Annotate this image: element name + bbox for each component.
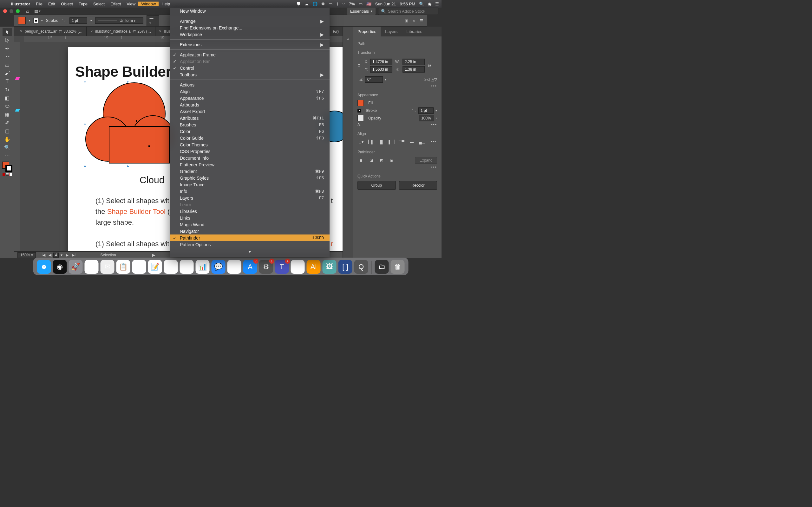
edit-toolbar-button[interactable]: ⋯ [3,152,12,160]
dock-trash-icon[interactable]: 🗑 [391,260,405,274]
menu-item[interactable]: ✓Pathfinder⇧⌘F9 [170,234,329,241]
flip-horizontal-icon[interactable]: ▷◁ [424,77,429,82]
close-window-button[interactable] [3,9,7,13]
airplay-icon[interactable]: ▭ [328,2,333,6]
menu-scroll-down-icon[interactable]: ▾ [170,248,329,254]
menu-object[interactable]: Object [58,2,76,6]
transform-panel-icon[interactable]: ⟐ [413,18,415,23]
expand-panels-icon[interactable]: » [346,36,349,42]
dock-news-icon[interactable]: N [227,260,241,274]
dock-preview-icon[interactable]: 🖼 [322,260,337,274]
macos-dock[interactable]: ☻◉🚀◯✉📋21📝🗺❁📊💬NA7⚙1T4◯Ai🖼[ ]Q🗂🗑 [33,258,409,275]
unite-icon[interactable]: ◼ [357,157,364,164]
more-options-icon[interactable]: ••• [431,84,437,89]
menu-type[interactable]: Type [76,2,90,6]
close-tab-icon[interactable]: × [20,29,22,34]
menu-item[interactable]: Toolbars▶ [170,71,329,78]
close-tab-icon[interactable]: × [159,29,161,34]
panel-menu-icon[interactable]: ☰ [420,18,423,23]
dock-settings-icon[interactable]: ⚙1 [259,260,273,274]
dock-teams-icon[interactable]: T4 [275,260,289,274]
flag-icon[interactable]: 🇺🇸 [366,2,371,6]
zoom-level[interactable]: 150% ▾ [17,252,36,258]
dock-launchpad-icon[interactable]: 🚀 [69,260,83,274]
menu-item[interactable]: Magic Wand [170,221,329,228]
rectangle-tool[interactable]: ▭ [3,61,12,69]
menu-item[interactable]: Pattern Options [170,241,329,248]
paintbrush-tool[interactable]: 🖌 [3,69,12,77]
align-bottom-icon[interactable]: ▄▁ [418,138,425,146]
close-tab-icon[interactable]: × [90,29,93,34]
app-name[interactable]: Illustrator [8,2,33,6]
tab-layers[interactable]: Layers [380,26,402,37]
window-menu-dropdown[interactable]: New WindowArrange▶Find Extensions on Exc… [170,8,329,257]
menu-item[interactable]: Workspace▶ [170,31,329,38]
arrange-documents-button[interactable]: ▦ ▾ [34,9,41,14]
status-play-icon[interactable]: ▶ [152,253,155,257]
fill-stroke-indicator[interactable] [2,162,12,172]
align-vcenter-icon[interactable]: ▬ [408,138,415,146]
dock-illustrator-icon[interactable]: Ai [307,260,321,274]
menu-window[interactable]: Window [138,2,159,6]
dock-siri-icon[interactable]: ◉ [53,260,67,274]
dock-chrome-icon[interactable]: ◯ [85,260,99,274]
spotlight-icon[interactable]: 🔍 [419,2,424,6]
type-tool[interactable]: T [3,77,12,86]
menu-item[interactable]: Document Info [170,155,329,161]
menu-item[interactable]: ColorF6 [170,128,329,135]
menu-item[interactable]: Gradient⌘F9 [170,168,329,175]
flip-vertical-icon[interactable]: △▽ [432,77,437,82]
menu-item[interactable]: Color Themes [170,141,329,148]
menu-item[interactable]: Attributes⌘F11 [170,115,329,121]
dock-appstore-icon[interactable]: A7 [243,260,257,274]
recolor-button[interactable]: Recolor [399,181,438,190]
wifi-icon[interactable]: ⌔ [343,2,345,6]
gradient-tool[interactable]: ▦ [3,110,12,118]
opacity-input[interactable] [419,115,434,121]
exclude-icon[interactable]: ▣ [388,157,395,164]
tab-properties[interactable]: Properties [353,26,380,37]
opacity-icon[interactable] [357,115,364,121]
collapsed-panel-dock[interactable]: » [343,26,353,258]
menu-help[interactable]: Help [159,2,173,6]
minus-front-icon[interactable]: ◪ [368,157,374,164]
stroke-weight-stepper[interactable]: ⌃⌄ [61,19,66,22]
menu-item[interactable]: Libraries [170,208,329,215]
menu-item[interactable]: New Window [170,8,329,14]
artboard-navigator[interactable]: I◀◀4▾▶▶I [40,252,77,258]
dock-notes-icon[interactable]: 📋 [116,260,131,274]
dock-notes2-icon[interactable]: 📝 [148,260,162,274]
stroke-swatch[interactable] [34,18,38,23]
eraser-tool[interactable]: ◧ [3,94,12,102]
align-hcenter-icon[interactable]: ▐▌ [378,138,385,146]
fill-color-swatch[interactable] [357,100,364,106]
artboard-tool[interactable]: ▢ [3,127,12,135]
selection-bounding-box[interactable] [85,82,171,166]
menu-effect[interactable]: Effect [107,2,124,6]
menu-item[interactable]: BrushesF5 [170,121,329,128]
shield-icon[interactable]: ⛊ [297,2,301,6]
expand-button[interactable]: Expand [415,157,437,164]
menu-item[interactable]: CSS Properties [170,148,329,155]
menu-item[interactable]: Extensions▶ [170,41,329,48]
menu-item[interactable]: Arrange▶ [170,18,329,24]
fx-button[interactable]: fx. [357,123,362,127]
dock-maps-icon[interactable]: 🗺 [164,260,178,274]
globe-icon[interactable]: 🌐 [312,2,317,6]
width-input[interactable] [403,59,425,65]
menu-item[interactable]: Actions [170,81,329,88]
y-input[interactable] [370,66,392,72]
zoom-window-button[interactable] [16,9,20,13]
menu-item[interactable]: Info⌘F8 [170,188,329,194]
curvature-tool[interactable]: 〰 [3,53,12,61]
document-tab[interactable]: ×illustrator_interface.ai @ 25% (… [87,26,155,36]
search-adobe-stock-input[interactable]: 🔍 Search Adobe Stock [378,8,438,15]
color-mode-row[interactable] [3,172,12,177]
direct-selection-tool[interactable] [3,36,12,44]
menu-item[interactable]: Asset Export [170,108,329,115]
x-input[interactable] [370,59,392,65]
document-tab[interactable]: ×penguin_ecard1.ai* @ 33.62% (… [16,26,87,36]
zoom-tool[interactable]: 🔍 [3,143,12,152]
ruler-vertical[interactable] [14,42,20,251]
dock-calendar-icon[interactable]: 21 [132,260,146,274]
